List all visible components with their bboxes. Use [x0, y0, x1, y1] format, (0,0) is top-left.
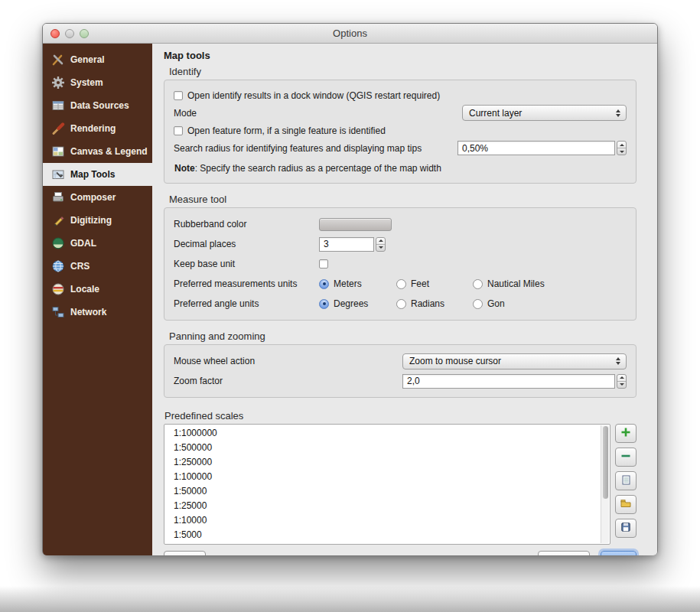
- radio-gon[interactable]: [473, 299, 483, 309]
- scales-scrollbar[interactable]: [601, 425, 609, 543]
- sidebar-item-label: Rendering: [70, 123, 116, 134]
- search-radius-input[interactable]: 0,50%: [457, 141, 615, 155]
- scale-list-item[interactable]: 1:500000: [164, 441, 610, 455]
- section-label-measure-tool: Measure tool: [169, 194, 637, 205]
- preferred-angle-label: Preferred angle units: [174, 298, 319, 309]
- sidebar-item-label: Data Sources: [70, 100, 129, 111]
- plus-icon: [621, 428, 630, 439]
- zoom-button[interactable]: [80, 29, 89, 38]
- database-icon: [51, 99, 65, 112]
- radio-gon-label: Gon: [487, 298, 505, 309]
- sidebar-item-label: Map Tools: [70, 169, 115, 180]
- canvas-icon: [51, 145, 65, 158]
- gdal-icon: [51, 236, 65, 250]
- decimal-places-input[interactable]: 3: [319, 237, 374, 252]
- sidebar-item-data-sources[interactable]: Data Sources: [43, 94, 152, 117]
- help-button[interactable]: Help: [164, 551, 206, 555]
- cancel-button[interactable]: Cancel: [538, 551, 589, 555]
- decimal-places-label: Decimal places: [174, 239, 319, 249]
- search-radius-label: Search radius for identifying features a…: [174, 143, 422, 154]
- sidebar-item-system[interactable]: System: [43, 71, 152, 94]
- sidebar-item-label: Locale: [70, 284, 99, 295]
- search-radius-note: Note: Specify the search radius as a per…: [174, 163, 441, 174]
- minimize-button[interactable]: [65, 29, 74, 38]
- add-scale-button[interactable]: [615, 424, 637, 443]
- map-tools-panel: Map tools Identify Open identify results…: [152, 44, 657, 555]
- radio-feet[interactable]: [396, 279, 406, 289]
- radio-nautical-miles-label: Nautical Miles: [487, 278, 545, 289]
- sidebar-item-rendering[interactable]: Rendering: [43, 117, 152, 140]
- sidebar-item-label: System: [70, 77, 103, 88]
- radio-feet-label: Feet: [411, 278, 429, 289]
- feature-form-checkbox[interactable]: [174, 126, 183, 135]
- remove-scale-button[interactable]: [615, 448, 637, 467]
- decimal-places-stepper[interactable]: [376, 237, 386, 252]
- sidebar-item-map-tools[interactable]: Map Tools: [43, 163, 152, 186]
- mode-select-value: Current layer: [469, 108, 522, 119]
- mode-select[interactable]: Current layer: [462, 105, 627, 121]
- sidebar-item-label: CRS: [70, 261, 90, 272]
- export-scales-button[interactable]: [615, 519, 637, 538]
- default-scales-button[interactable]: [615, 471, 637, 490]
- sidebar-item-network[interactable]: Network: [43, 301, 152, 324]
- scale-list-item[interactable]: 1:10000: [164, 513, 610, 528]
- scale-list-item[interactable]: 1:50000: [164, 484, 610, 499]
- scale-list-item[interactable]: 1:100000: [164, 470, 610, 484]
- identify-dock-checkbox[interactable]: [174, 91, 183, 100]
- scale-list-item[interactable]: 1:2500: [164, 542, 610, 545]
- section-label-panning-zooming: Panning and zooming: [169, 330, 637, 342]
- scale-list-item[interactable]: 1:250000: [164, 455, 610, 470]
- sidebar-item-general[interactable]: General: [43, 48, 152, 71]
- scale-list-item[interactable]: 1:25000: [164, 499, 610, 513]
- close-button[interactable]: [50, 29, 60, 38]
- sidebar-item-label: General: [70, 54, 105, 65]
- zoom-factor-input[interactable]: 2,0: [402, 374, 615, 389]
- predefined-scales-list[interactable]: 1:1000000 1:500000 1:250000 1:100000 1:5…: [164, 424, 610, 545]
- import-scales-button[interactable]: [615, 495, 637, 514]
- map-tools-icon: [51, 168, 65, 181]
- ok-button[interactable]: OK: [601, 551, 637, 555]
- sidebar-item-label: Digitizing: [70, 215, 112, 226]
- pencil-icon: [51, 213, 65, 227]
- keep-base-unit-label: Keep base unit: [174, 259, 319, 269]
- rubberband-color-button[interactable]: [319, 218, 392, 231]
- locale-icon: [51, 282, 65, 296]
- scrollbar-thumb[interactable]: [603, 426, 608, 499]
- radio-meters[interactable]: [319, 279, 329, 289]
- globe-icon: [51, 259, 65, 273]
- sidebar-item-composer[interactable]: Composer: [43, 186, 152, 209]
- feature-form-label: Open feature form, if a single feature i…: [187, 125, 386, 136]
- sidebar-item-locale[interactable]: Locale: [43, 278, 152, 301]
- radio-radians[interactable]: [396, 299, 406, 309]
- sidebar-item-canvas-legend[interactable]: Canvas & Legend: [43, 140, 152, 163]
- sidebar-item-label: Canvas & Legend: [70, 146, 148, 157]
- section-label-predefined-scales: Predefined scales: [164, 410, 637, 422]
- sidebar-item-crs[interactable]: CRS: [43, 255, 152, 278]
- identify-dock-label: Open identify results in a dock window (…: [187, 90, 440, 101]
- scale-list-item[interactable]: 1:5000: [164, 528, 610, 542]
- keep-base-unit-checkbox[interactable]: [319, 259, 328, 269]
- paintbrush-icon: [51, 122, 65, 135]
- folder-icon: [620, 499, 631, 510]
- page-title: Map tools: [164, 50, 637, 61]
- mode-label: Mode: [174, 108, 197, 119]
- search-radius-stepper[interactable]: [617, 141, 627, 155]
- sidebar-item-digitizing[interactable]: Digitizing: [43, 209, 152, 232]
- radio-degrees[interactable]: [319, 299, 329, 309]
- title-bar[interactable]: Options: [43, 24, 657, 44]
- minus-icon: [621, 451, 630, 463]
- sidebar-item-gdal[interactable]: GDAL: [43, 232, 152, 255]
- section-label-identify: Identify: [169, 66, 637, 77]
- radio-nautical-miles[interactable]: [473, 279, 483, 289]
- mouse-wheel-action-select[interactable]: Zoom to mouse cursor: [402, 353, 627, 369]
- scale-list-item[interactable]: 1:1000000: [164, 426, 610, 441]
- mouse-wheel-action-label: Mouse wheel action: [174, 356, 255, 366]
- sidebar-item-label: Composer: [70, 192, 116, 203]
- zoom-factor-stepper[interactable]: [617, 374, 627, 389]
- radio-radians-label: Radians: [411, 298, 444, 309]
- page-icon: [621, 475, 631, 487]
- network-icon: [51, 305, 65, 319]
- gear-icon: [51, 76, 65, 90]
- chevron-updown-icon: [614, 357, 626, 365]
- sidebar-item-label: GDAL: [70, 238, 96, 249]
